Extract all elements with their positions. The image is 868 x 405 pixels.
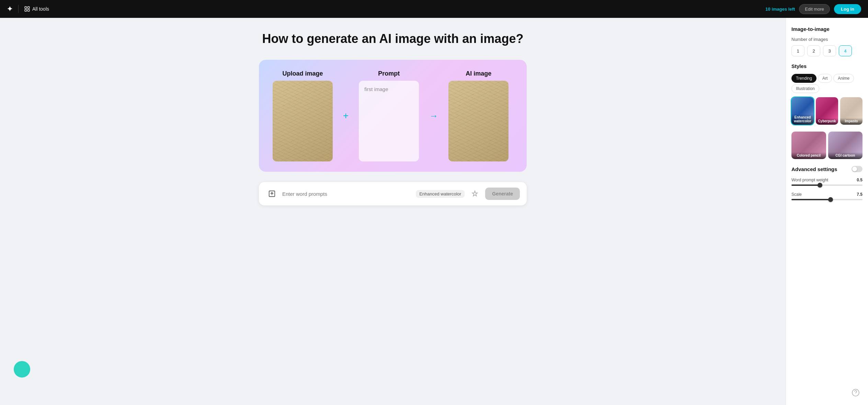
svg-rect-0 xyxy=(25,7,26,8)
style-tab-illustration[interactable]: Illustration xyxy=(791,84,819,93)
style-watercolor-label: Enhanced watercolor xyxy=(791,114,814,125)
output-sketch-texture xyxy=(448,81,509,161)
style-item-cyberpunk[interactable]: Cyberpunk xyxy=(816,97,838,125)
prompt-box[interactable]: first image xyxy=(359,81,419,161)
page-title: How to generate an AI image with an imag… xyxy=(262,32,524,46)
num-images-label: Number of images xyxy=(791,37,863,42)
svg-rect-3 xyxy=(28,10,30,11)
all-tools-label: All tools xyxy=(32,6,49,12)
generate-button[interactable]: Generate xyxy=(485,188,520,200)
style-item-colored-pencil[interactable]: Colored pencil xyxy=(791,132,826,159)
style-tabs: Trending Art Anime Illustration xyxy=(791,74,863,93)
num-btn-3[interactable]: 3 xyxy=(823,45,836,56)
login-button[interactable]: Log in xyxy=(834,4,861,14)
images-left-badge: 10 images left xyxy=(765,7,795,12)
style-item-impasto[interactable]: Impasto xyxy=(840,97,863,125)
number-buttons: 1 2 3 4 xyxy=(791,45,863,56)
word-prompt-weight-track[interactable] xyxy=(791,184,863,186)
style-item-cgi[interactable]: CGI cartoon xyxy=(828,132,863,159)
prompt-placeholder-text: first image xyxy=(364,86,388,92)
output-image-placeholder xyxy=(448,81,509,161)
style-grid-row1: Enhanced watercolor Cyberpunk Impasto xyxy=(791,97,863,125)
svg-rect-2 xyxy=(25,10,26,11)
style-tab-trending[interactable]: Trending xyxy=(791,74,816,83)
nav-divider xyxy=(18,5,19,13)
advanced-settings-row: Advanced settings xyxy=(791,166,863,172)
scale-fill xyxy=(791,199,831,200)
num-btn-2[interactable]: 2 xyxy=(807,45,820,56)
scale-track[interactable] xyxy=(791,199,863,200)
help-icon[interactable] xyxy=(850,387,861,398)
output-section: AI image xyxy=(448,70,509,161)
word-prompt-weight-fill xyxy=(791,184,820,186)
advanced-settings-label: Advanced settings xyxy=(791,166,837,172)
word-prompt-weight-value: 0.5 xyxy=(857,178,863,182)
word-prompt-weight-thumb[interactable] xyxy=(818,183,822,188)
scale-label-row: Scale 7.5 xyxy=(791,192,863,197)
style-item-watercolor[interactable]: Enhanced watercolor xyxy=(791,97,814,125)
word-prompts-input[interactable] xyxy=(282,191,412,197)
advanced-settings-toggle[interactable] xyxy=(852,166,863,172)
panel-title: Image-to-image xyxy=(791,26,863,32)
main-layout: How to generate an AI image with an imag… xyxy=(0,18,868,405)
style-colored-pencil-label: Colored pencil xyxy=(791,152,826,159)
edit-more-button[interactable]: Edit more xyxy=(799,4,830,14)
upload-image-placeholder[interactable] xyxy=(273,81,333,161)
num-btn-4[interactable]: 4 xyxy=(839,45,852,56)
sparkle-icon[interactable] xyxy=(469,188,481,200)
scale-value: 7.5 xyxy=(857,192,863,197)
plus-icon: + xyxy=(343,110,349,121)
center-content: How to generate an AI image with an imag… xyxy=(0,18,786,405)
style-cgi-label: CGI cartoon xyxy=(828,152,863,159)
tools-icon xyxy=(24,6,30,12)
word-prompt-weight-label: Word prompt weight xyxy=(791,178,828,182)
demo-card: Upload image + Prompt first image → AI i… xyxy=(259,60,527,172)
prompt-label: Prompt xyxy=(378,70,400,77)
style-cyberpunk-label: Cyberpunk xyxy=(816,118,838,125)
all-tools-nav[interactable]: All tools xyxy=(24,6,49,12)
svg-rect-1 xyxy=(28,7,30,8)
output-label: AI image xyxy=(466,70,491,77)
sketch-texture xyxy=(273,81,333,161)
style-impasto-label: Impasto xyxy=(840,118,863,125)
style-tab-art[interactable]: Art xyxy=(818,74,832,83)
bottom-bar: Enhanced watercolor Generate xyxy=(259,182,527,205)
num-btn-1[interactable]: 1 xyxy=(791,45,804,56)
arrow-icon: → xyxy=(429,111,438,121)
right-panel: Image-to-image Number of images 1 2 3 4 … xyxy=(786,18,868,405)
scale-label: Scale xyxy=(791,192,802,197)
topnav-right: 10 images left Edit more Log in xyxy=(765,4,861,14)
style-tab-anime[interactable]: Anime xyxy=(833,74,854,83)
style-tag[interactable]: Enhanced watercolor xyxy=(416,190,465,198)
scale-thumb[interactable] xyxy=(828,197,833,202)
style-grid-row2: Colored pencil CGI cartoon xyxy=(791,132,863,159)
scale-slider-row: Scale 7.5 xyxy=(791,192,863,200)
word-prompt-weight-slider-row: Word prompt weight 0.5 xyxy=(791,178,863,186)
svg-point-5 xyxy=(852,389,859,396)
word-prompt-weight-label-row: Word prompt weight 0.5 xyxy=(791,178,863,182)
logo-icon: ✦ xyxy=(7,5,13,12)
prompt-section: Prompt first image xyxy=(359,70,419,161)
topnav: ✦ All tools 10 images left Edit more Log… xyxy=(0,0,868,18)
upload-label: Upload image xyxy=(282,70,323,77)
upload-section: Upload image xyxy=(273,70,333,161)
upload-icon[interactable] xyxy=(266,188,278,200)
styles-title: Styles xyxy=(791,63,863,69)
floating-circle-button[interactable] xyxy=(14,361,30,378)
